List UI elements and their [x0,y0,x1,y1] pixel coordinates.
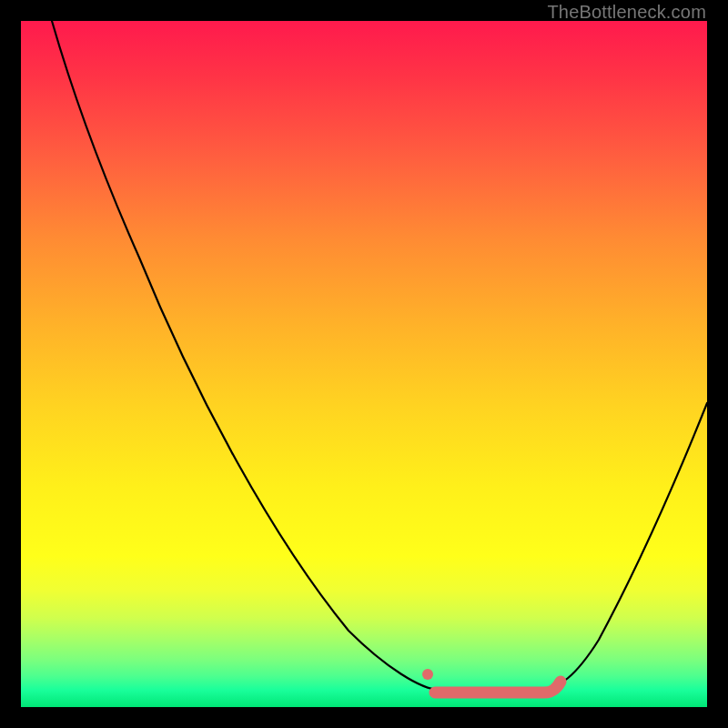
optimal-start-dot [422,669,433,680]
watermark: TheBottleneck.com [547,2,706,23]
chart-svg [21,21,707,707]
bottleneck-curve [52,21,707,690]
plot-area [21,21,707,707]
chart-container: TheBottleneck.com [0,0,728,728]
optimal-range-highlight [435,682,561,693]
